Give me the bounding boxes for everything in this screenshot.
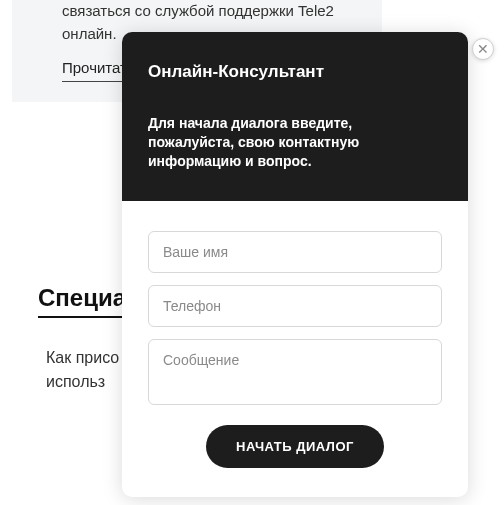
close-icon: ✕ [477,42,489,56]
background-paragraph: Как присо использ [46,346,119,394]
background-paragraph-line2: использ [46,370,119,394]
chat-header: Онлайн-Консультант Для начала диалога вв… [122,32,468,201]
message-textarea[interactable] [148,339,442,405]
chat-body: НАЧАТЬ ДИАЛОГ [122,201,468,497]
close-button[interactable]: ✕ [472,38,494,60]
chat-widget: Онлайн-Консультант Для начала диалога вв… [122,32,468,497]
readmore-link[interactable]: Прочитат [62,57,127,82]
chat-instruction: Для начала диалога введите, пожалуйста, … [148,114,442,171]
start-dialog-button[interactable]: НАЧАТЬ ДИАЛОГ [206,425,384,468]
background-paragraph-line1: Как присо [46,346,119,370]
name-input[interactable] [148,231,442,273]
chat-title: Онлайн-Консультант [148,62,442,82]
phone-input[interactable] [148,285,442,327]
